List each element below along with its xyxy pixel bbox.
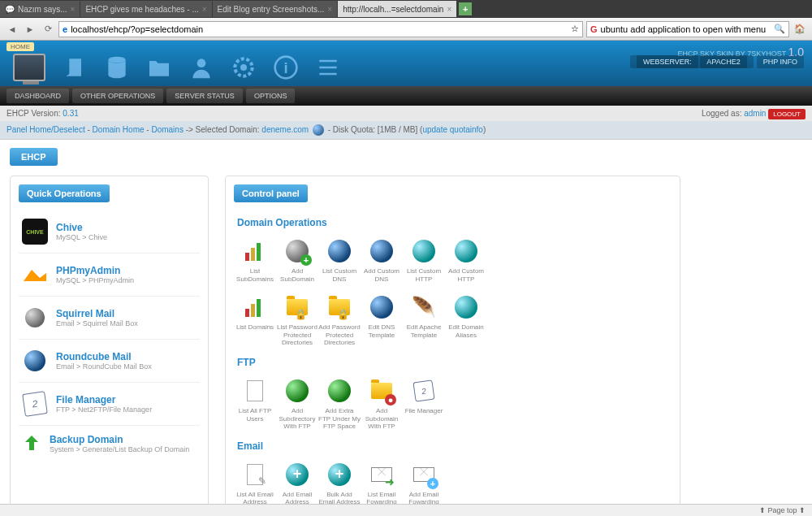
domain-row1: List SubDomains +Add SubDomain List Cust… (234, 236, 672, 284)
add-sub-ftp[interactable]: Add Subdirectory With FTP (276, 376, 318, 432)
globe-icon (328, 379, 351, 402)
quick-squirrel[interactable]: Squirrel MailEmail > Squirrel Mail Box (19, 297, 200, 340)
url-bar[interactable]: e ☆ (58, 21, 583, 37)
update-quota-link[interactable]: update quotainfo (422, 125, 483, 134)
email-title: Email (237, 440, 672, 452)
home-icon[interactable]: 🏠 (793, 22, 807, 37)
lock-icon: 🔒 (295, 309, 307, 320)
plus-icon: ● (385, 394, 396, 405)
list-custom-dns[interactable]: List Custom DNS (318, 236, 361, 284)
feather-icon: 🪶 (412, 296, 436, 319)
page-content: HOME EHCP SKY SKIN BY 7SKYHOST 1.0 WEBSE… (0, 41, 812, 516)
user-link[interactable]: admin (744, 109, 766, 118)
add-custom-dns[interactable]: Add Custom DNS (361, 236, 403, 284)
info-icon[interactable]: i (273, 54, 299, 80)
chart-icon (245, 241, 265, 261)
quick-filemanager[interactable]: 2File ManagerFTP > Net2FTP/File Manager (19, 383, 200, 426)
nav-dashboard[interactable]: DASHBOARD (6, 89, 69, 103)
search-icon[interactable]: 🔍 (774, 24, 785, 34)
squirrel-icon (25, 308, 45, 327)
book-icon[interactable] (62, 54, 88, 80)
quick-backup[interactable]: Backup DomainSystem > Generate/List Back… (19, 426, 200, 462)
close-icon[interactable]: × (202, 5, 207, 14)
add-custom-http[interactable]: Add Custom HTTP (445, 236, 487, 284)
database-icon[interactable] (104, 54, 130, 80)
list-password-dirs[interactable]: 🔒List Password Protected Directories (276, 293, 318, 349)
url-input[interactable] (71, 24, 568, 34)
logout-button[interactable]: LOGOUT (768, 109, 806, 119)
browser-tab-active[interactable]: http://localh...=selectdomain× (338, 1, 456, 17)
reload-button[interactable]: ⟳ (41, 22, 55, 37)
list-domains[interactable]: List Domains (234, 293, 276, 349)
globe-icon[interactable] (313, 124, 324, 136)
control-panel-header: Control panel (234, 184, 308, 202)
browser-tab[interactable]: Edit Blog entry Screenshots...× (213, 1, 338, 17)
phpinfo-button[interactable]: PHP INFO (757, 55, 804, 68)
browser-tab[interactable]: EHCP gives me headaches - ...× (80, 1, 211, 17)
new-tab-button[interactable]: + (459, 2, 472, 15)
email-row: ✎List All Email Address +Add Email Addre… (234, 460, 672, 508)
page-top-link[interactable]: ⬆ Page top ⬆ (759, 506, 806, 514)
pencil-icon: ✎ (258, 475, 266, 487)
list-custom-http[interactable]: List Custom HTTP (403, 236, 445, 284)
nav-other-operations[interactable]: OTHER OPERATIONS (72, 89, 163, 103)
domain-row2: List Domains 🔒List Password Protected Di… (234, 293, 672, 349)
forward-button[interactable]: ► (23, 22, 37, 37)
home-tag[interactable]: HOME (6, 42, 34, 51)
http-icon (412, 240, 435, 262)
quick-chive[interactable]: CHIVEChiveMySQL > Chive (19, 210, 200, 254)
monitor-icon[interactable] (13, 54, 45, 81)
panel-header: HOME EHCP SKY SKIN BY 7SKYHOST 1.0 WEBSE… (0, 41, 812, 86)
close-icon[interactable]: × (327, 5, 332, 14)
ehcp-tab[interactable]: EHCP (10, 148, 58, 166)
add-email[interactable]: +Add Email Address (276, 460, 318, 508)
add-icon: + (328, 463, 351, 486)
close-icon[interactable]: × (447, 5, 451, 14)
folder-icon[interactable] (146, 54, 172, 80)
add-extra-ftp[interactable]: Add Extra FTP Under My FTP Space (318, 376, 361, 432)
phpmyadmin-icon (22, 267, 48, 283)
add-email-forward[interactable]: +Add Email Fowarding (403, 460, 445, 508)
add-subdomain[interactable]: +Add SubDomain (276, 236, 318, 284)
bookmark-icon[interactable]: ☆ (571, 24, 579, 34)
bulk-add-email[interactable]: +Bulk Add Email Address (318, 460, 361, 508)
edit-domain-aliases[interactable]: Edit Domain Aliases (445, 293, 487, 349)
file-manager[interactable]: 2File Manager (403, 376, 445, 432)
list-subdomains[interactable]: List SubDomains (234, 236, 276, 284)
add-password-dirs[interactable]: 🔒Add Password Protected Directories (318, 293, 361, 349)
breadcrumb-domain-home[interactable]: Domain Home (93, 125, 145, 134)
search-box[interactable]: G 🔍 (586, 21, 789, 37)
site-icon: e (63, 24, 67, 34)
list-ftp-users[interactable]: List All FTP Users (234, 376, 276, 432)
plus-icon: + (427, 478, 438, 489)
alias-icon (455, 296, 477, 319)
dns-icon (370, 240, 393, 262)
breadcrumb-domains[interactable]: Domains (151, 125, 183, 134)
breadcrumb-panel-home[interactable]: Panel Home/Deselect (6, 125, 85, 134)
user-icon[interactable] (188, 54, 214, 80)
back-button[interactable]: ◄ (5, 22, 19, 37)
filemanager-icon: 2 (22, 391, 48, 417)
svg-point-1 (197, 59, 206, 67)
selected-domain-link[interactable]: deneme.com (261, 125, 309, 134)
edit-dns-template[interactable]: Edit DNS Template (361, 293, 403, 349)
list-email[interactable]: ✎List All Email Address (234, 460, 276, 508)
breadcrumb: Panel Home/Deselect - Domain Home - Doma… (0, 121, 812, 140)
list-email-forward[interactable]: ➜List Email Fowarding (361, 460, 403, 508)
edit-apache-template[interactable]: 🪶Edit Apache Template (403, 293, 445, 349)
version-link[interactable]: 0.31 (63, 109, 78, 118)
list-icon[interactable] (315, 54, 341, 80)
http-icon (455, 240, 477, 262)
ftp-row: List All FTP Users Add Subdirectory With… (234, 376, 672, 432)
nav-server-status[interactable]: SERVER STATUS (166, 89, 243, 103)
gear-icon[interactable] (231, 54, 257, 80)
quick-phpmyadmin[interactable]: PHPmyAdminMySQL > PHPmyAdmin (19, 254, 200, 297)
quick-roundcube[interactable]: Roundcube MailEmail > RoundCube Mail Box (19, 340, 200, 383)
nav-options[interactable]: OPTIONS (246, 89, 296, 103)
search-input[interactable] (601, 24, 771, 34)
svg-point-0 (108, 57, 125, 63)
close-icon[interactable]: × (71, 5, 76, 14)
add-subdomain-ftp[interactable]: ●Add Subdomain With FTP (361, 376, 403, 432)
browser-tab[interactable]: 💬Nazım says...× (0, 1, 80, 17)
quick-operations-panel: Quick Operations CHIVEChiveMySQL > Chive… (10, 176, 209, 516)
